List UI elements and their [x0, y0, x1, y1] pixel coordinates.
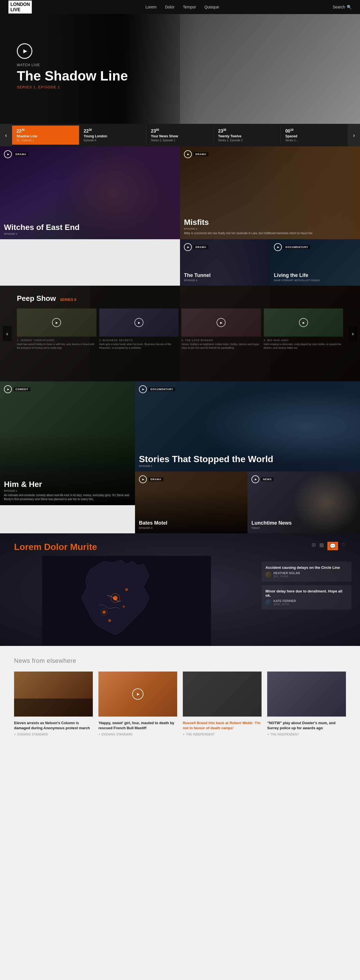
map-filter-icon[interactable]: ▦ [319, 542, 324, 550]
logo[interactable]: LONDON LIVE [8, 0, 32, 14]
play-icon-tunnel[interactable] [184, 243, 192, 251]
peep-thumb-1 [99, 309, 179, 337]
news-card-2[interactable]: Russell Brand hits back at Robert Webb: … [183, 671, 262, 736]
video-episode-himher: EPISODE 1 [4, 490, 131, 492]
schedule-arrow-right[interactable]: › [348, 124, 360, 146]
play-icon-stories[interactable] [139, 385, 147, 393]
video-badge-bates: DRAMA [139, 476, 163, 483]
peep-episode-2[interactable]: 3. THE LOVE BUNKER Simon, Dobby's ex-boy… [181, 309, 261, 350]
video-misfits[interactable]: DRAMA Misfits EPISODE 4 Abby is convince… [180, 146, 360, 239]
nav-tempor[interactable]: Tempor [183, 5, 196, 9]
video-info-misfits: Misfits EPISODE 4 Abby is convinced she … [184, 218, 356, 235]
peep-ep-desc-1: Mark gets a lucky break when his book, '… [99, 342, 179, 350]
schedule-item-3[interactable]: 2330 Twenty Twelve Series 1, Episode 2 [214, 126, 281, 145]
svg-point-5 [125, 588, 128, 591]
map-card-author-0: HEATHER NOLAN @ei_hnolan [265, 571, 347, 578]
video-episode-bates: EPISODE 2 [139, 527, 244, 530]
schedule-time-4: 0010 [285, 128, 343, 134]
schedule-info-1: Episode 4 [84, 139, 142, 142]
peep-episode-1[interactable]: 2. BUSINESS SECRETS Mark gets a lucky br… [99, 309, 179, 350]
video-badge-witches: DRAMA [4, 150, 29, 158]
schedule-item-0[interactable]: 2230 Shadow Line S1, Episode 1 [12, 126, 79, 145]
news-play-1[interactable] [132, 689, 143, 700]
play-icon-misfits[interactable] [184, 150, 192, 158]
schedule-arrow-left[interactable]: ‹ [0, 124, 12, 146]
video-witches[interactable]: DRAMA Witches of East End EPISODE 2 [0, 146, 180, 239]
hero-watch-live-label: WATCH LIVE [17, 63, 128, 67]
nav-dolor[interactable]: Dolor [165, 5, 174, 9]
video-badge-tunnel: DRAMA [184, 243, 208, 251]
schedule-show-0: Shadow Line [17, 134, 75, 138]
map-content: Accident causing delays on the Circle Li… [0, 556, 360, 646]
video-info-living: Living the Life DAVE STEWART WITH ELLIOT… [274, 273, 356, 282]
video-title-living: Living the Life [274, 273, 356, 278]
play-icon-witches[interactable] [4, 150, 12, 158]
video-lunchtime[interactable]: NEWS Lunchtime News TODAY [247, 471, 360, 533]
video-episode-stories: EPISODE 1 [139, 465, 356, 468]
video-title-bates: Bates Motel [139, 520, 244, 525]
video-tunnel[interactable]: DRAMA The Tunnel EPISODE 4 [180, 239, 270, 286]
map-card-author-1: KATE FERRIER @like_terrier [265, 599, 347, 606]
video-info-tunnel: The Tunnel EPISODE 4 [184, 273, 266, 282]
peep-episode-3[interactable]: 4. BIG MAD ANDY Mark employs a decorator… [264, 309, 343, 350]
header: LONDON LIVE Lorem Dolor Tempor Quisque S… [0, 0, 360, 14]
news-card-3[interactable]: "NOTW" play about Dowler's mum, and Surr… [267, 671, 346, 736]
peep-play-3[interactable] [299, 318, 308, 327]
map-author-name-1: KATE FERRIER @like_terrier [273, 599, 296, 606]
video-episode-tunnel: EPISODE 4 [184, 279, 266, 282]
map-section: Lorem Dolor Murite ⊞ ▦ 💬 ♡ [0, 533, 360, 646]
map-chat-icon[interactable]: 💬 [327, 542, 338, 550]
video-bates[interactable]: DRAMA Bates Motel EPISODE 2 [135, 471, 247, 533]
peep-play-0[interactable] [52, 318, 61, 327]
news-section-title: News from elsewhere [14, 657, 346, 665]
bottom-right-stack: DOCUMENTARY Stories That Stopped the Wor… [135, 381, 360, 533]
news-headline-3: "NOTW" play about Dowler's mum, and Surr… [267, 721, 346, 731]
peep-episode-0[interactable]: 1. JEREMY THERAPISSED Mark has asked Dob… [17, 309, 97, 350]
peep-play-2[interactable] [217, 318, 225, 327]
search-button[interactable]: Search 🔍 [333, 5, 352, 9]
peep-arrow-left[interactable]: ‹ [3, 326, 11, 341]
video-title-tunnel: The Tunnel [184, 273, 266, 278]
video-badge-misfits: DRAMA [184, 150, 208, 158]
nav-quisque[interactable]: Quisque [205, 5, 219, 9]
map-side-cards: Accident causing delays on the Circle Li… [253, 556, 360, 646]
map-card-1[interactable]: Minor delay here due to derailment. Hope… [262, 585, 352, 609]
play-icon-living[interactable] [274, 243, 282, 251]
schedule-item-1[interactable]: 2230 Young London Episode 4 [79, 126, 146, 145]
nav-lorem[interactable]: Lorem [145, 5, 157, 9]
play-icon-lunchtime[interactable] [251, 476, 259, 483]
genre-badge-bates: DRAMA [149, 477, 163, 481]
peep-title-row: Peep Show SERIES 8 [17, 294, 343, 303]
map-grid-icon[interactable]: ⊞ [312, 542, 316, 550]
peep-play-1[interactable] [135, 318, 143, 327]
video-title-himher: Him & Her [4, 480, 131, 488]
map-author-name-0: HEATHER NOLAN @ei_hnolan [273, 571, 300, 578]
bottom-small-row: DRAMA Bates Motel EPISODE 2 NEWS [135, 471, 360, 533]
peep-arrow-right[interactable]: › [349, 326, 357, 341]
bottom-row: COMEDY Him & Her EPISODE 1 An intimate a… [0, 381, 360, 533]
news-section: News from elsewhere Eleven arrests as Ne… [0, 646, 360, 753]
schedule-item-2[interactable]: 2300 Your News Show Series 2, Episode 1 [146, 126, 214, 145]
play-icon-bates[interactable] [139, 476, 147, 483]
schedule-info-2: Series 2, Episode 1 [151, 139, 209, 142]
genre-badge-living: DOCUMENTARY [284, 245, 310, 249]
video-stories[interactable]: DOCUMENTARY Stories That Stopped the Wor… [135, 381, 360, 471]
news-headline-0: Eleven arrests as Nelson's Column is dam… [14, 721, 93, 731]
video-badge-himher: COMEDY [4, 385, 30, 393]
map-title: Lorem Dolor Murite [14, 542, 97, 552]
schedule-show-4: Spaced [285, 134, 343, 138]
hero-play-button[interactable] [17, 43, 32, 59]
schedule-info-4: Series 1... [285, 139, 343, 142]
schedule-item-4[interactable]: 0010 Spaced Series 1... [281, 126, 348, 145]
map-heart-icon[interactable]: ♡ [341, 542, 346, 550]
map-visual [0, 556, 253, 646]
play-icon-himher[interactable] [4, 385, 12, 393]
video-living[interactable]: DOCUMENTARY Living the Life DAVE STEWART… [270, 239, 360, 286]
video-him-her[interactable]: COMEDY Him & Her EPISODE 1 An intimate a… [0, 381, 135, 505]
map-card-0[interactable]: Accident causing delays on the Circle Li… [262, 562, 352, 582]
news-card-1[interactable]: 'Happy, sweet' girl, four, mauled to dea… [98, 671, 177, 736]
map-icon-bar: ⊞ ▦ 💬 ♡ [312, 542, 346, 550]
map-avatar-1 [265, 600, 272, 606]
news-card-0[interactable]: Eleven arrests as Nelson's Column is dam… [14, 671, 93, 736]
peep-ep-num-2: 3. THE LOVE BUNKER [181, 339, 261, 342]
